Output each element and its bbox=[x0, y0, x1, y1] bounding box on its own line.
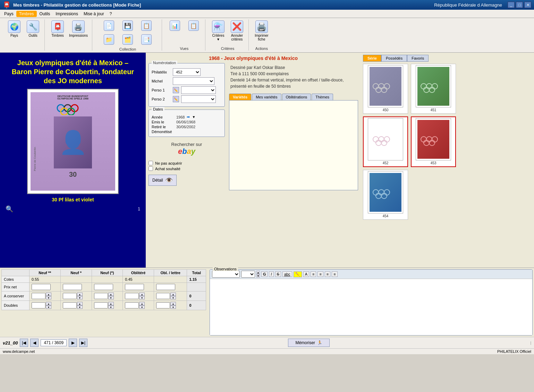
menu-impressions[interactable]: Impressions bbox=[53, 11, 81, 17]
obs-highlight-btn[interactable]: ✏️ bbox=[294, 271, 302, 277]
toolbar-vues-btn2[interactable]: 📋 bbox=[185, 19, 202, 32]
nav-last-button[interactable]: ▶| bbox=[79, 339, 87, 347]
annee-dropdown-icon[interactable]: ▼ bbox=[192, 115, 195, 119]
obs-size-select[interactable] bbox=[241, 271, 255, 278]
stamp-thumb-453[interactable]: 453 bbox=[411, 116, 456, 167]
toolbar-impressions-button[interactable]: 🖨️ Impressions bbox=[68, 19, 89, 38]
obs-italic-btn[interactable]: I bbox=[269, 271, 273, 277]
memorize-button[interactable]: Mémoriser 🏃 bbox=[288, 339, 330, 347]
doubles-oblitere-input[interactable] bbox=[125, 302, 139, 308]
zoom-icon[interactable]: 🔍 bbox=[6, 205, 13, 213]
aconserver-neuf1-input[interactable] bbox=[63, 293, 77, 299]
aconserver-obl-lettre-input[interactable] bbox=[156, 293, 170, 299]
tab-varietes[interactable]: Variétés bbox=[229, 94, 251, 100]
prixnet-obl-lettre-input[interactable] bbox=[156, 284, 175, 290]
toolbar-collection-btn2[interactable]: 💾 bbox=[119, 19, 136, 32]
doubles-neufp-input[interactable] bbox=[94, 302, 108, 308]
doubles-neuf1-down[interactable]: ▼ bbox=[77, 305, 83, 309]
ne-pas-acquerir-checkbox[interactable] bbox=[149, 161, 153, 165]
philatelix-select[interactable]: 452 bbox=[173, 68, 201, 76]
aconserver-obl-down[interactable]: ▼ bbox=[170, 296, 176, 299]
close-button[interactable]: ✕ bbox=[524, 2, 531, 8]
toolbar-outils-button[interactable]: 🔧 Outils bbox=[24, 19, 42, 38]
maximize-button[interactable]: □ bbox=[516, 2, 523, 8]
nav-prev-button[interactable]: ◀ bbox=[30, 339, 39, 347]
toolbar-collection-btn3[interactable]: 📋 bbox=[138, 19, 155, 32]
toolbar-pays-button[interactable]: 🌍 Pays bbox=[6, 19, 23, 38]
michel-select[interactable] bbox=[173, 77, 214, 85]
tab-mes-varietes[interactable]: Mes variétés bbox=[252, 94, 281, 100]
toolbar-collection-btn4[interactable]: 📁 bbox=[100, 33, 118, 46]
aconserver-oblitere-input[interactable] bbox=[125, 293, 139, 299]
series-tab-favoris[interactable]: Favoris bbox=[407, 55, 429, 62]
series-tab-possedes[interactable]: Possédés bbox=[381, 55, 407, 62]
menu-miseajour[interactable]: Mise à jour bbox=[81, 11, 107, 17]
obs-bold-btn[interactable]: G bbox=[261, 271, 268, 277]
aconserver-neufp-down[interactable]: ▼ bbox=[108, 296, 114, 299]
stamp-thumb-450[interactable]: 450 bbox=[363, 64, 408, 114]
nav-next-button[interactable]: ▶ bbox=[69, 339, 77, 347]
prixnet-neufp-input[interactable] bbox=[94, 284, 113, 290]
aconserver-neuf2-input[interactable] bbox=[32, 293, 45, 299]
doubles-oblitere-up[interactable]: ▲ bbox=[139, 302, 145, 305]
obs-underline-btn[interactable]: abc bbox=[282, 271, 292, 277]
stamp-thumb-452[interactable]: 452 bbox=[363, 116, 408, 167]
obs-size-down[interactable]: ▼ bbox=[256, 274, 260, 278]
doubles-neuf1-up[interactable]: ▲ bbox=[77, 302, 83, 305]
aconserver-neuf1-up[interactable]: ▲ bbox=[77, 293, 83, 296]
achat-souhaite-checkbox[interactable] bbox=[149, 166, 153, 171]
obs-strikethrough-btn[interactable]: S bbox=[275, 271, 281, 277]
prixnet-neuf1-input[interactable] bbox=[63, 284, 82, 290]
aconserver-neufp-up[interactable]: ▲ bbox=[108, 293, 114, 296]
menu-timbres[interactable]: Timbres bbox=[16, 11, 37, 17]
aconserver-obl-up[interactable]: ▲ bbox=[170, 293, 176, 296]
detail-button[interactable]: Détail 👁️ bbox=[149, 175, 177, 186]
prixnet-neuf2-input[interactable] bbox=[32, 284, 51, 290]
ebay-logo[interactable]: ebay bbox=[151, 147, 223, 156]
doubles-neufp-down[interactable]: ▼ bbox=[108, 305, 114, 309]
aconserver-oblitere-up[interactable]: ▲ bbox=[139, 293, 145, 296]
doubles-neufp-up[interactable]: ▲ bbox=[108, 302, 114, 305]
toolbar-collection-btn6[interactable]: 📑 bbox=[138, 33, 155, 46]
toolbar-timbres-button[interactable]: 📮 Timbres bbox=[49, 19, 66, 38]
toolbar-imprimer-button[interactable]: 🖨️ Imprimerfiche bbox=[253, 19, 270, 42]
annee-arrow-icon[interactable]: ➡ bbox=[187, 115, 190, 119]
prixnet-oblitere-input[interactable] bbox=[125, 284, 144, 290]
nav-first-button[interactable]: |◀ bbox=[20, 339, 28, 347]
doubles-obl-down[interactable]: ▼ bbox=[170, 305, 176, 309]
perso2-edit-button[interactable]: ✏️ bbox=[173, 96, 179, 102]
perso1-select[interactable] bbox=[181, 86, 216, 94]
menu-outils[interactable]: Outils bbox=[37, 11, 53, 17]
obs-align-left-btn[interactable]: ≡ bbox=[311, 271, 316, 277]
doubles-neuf1-input[interactable] bbox=[63, 302, 77, 308]
minimize-button[interactable]: _ bbox=[508, 2, 515, 8]
toolbar-vues-btn1[interactable]: 📊 bbox=[166, 19, 184, 32]
perso1-edit-button[interactable]: ✏️ bbox=[173, 87, 179, 93]
tab-obliterations[interactable]: Oblitérations bbox=[282, 94, 311, 100]
obs-justify-btn[interactable]: ≡ bbox=[332, 271, 337, 277]
doubles-neuf2-input[interactable] bbox=[32, 302, 45, 308]
aconserver-neuf2-up[interactable]: ▲ bbox=[46, 293, 51, 296]
doubles-neuf2-up[interactable]: ▲ bbox=[46, 302, 51, 305]
obs-font-select[interactable] bbox=[212, 271, 240, 278]
menu-help[interactable]: ? bbox=[107, 11, 115, 17]
doubles-obl-up[interactable]: ▲ bbox=[170, 302, 176, 305]
obs-size-up[interactable]: ▲ bbox=[256, 271, 260, 274]
doubles-oblitere-down[interactable]: ▼ bbox=[139, 305, 145, 309]
toolbar-collection-btn1[interactable]: 📄 bbox=[100, 19, 118, 32]
stamp-thumb-454[interactable]: 454 bbox=[363, 170, 408, 220]
obs-color-btn[interactable]: A bbox=[303, 271, 309, 277]
aconserver-neuf2-down[interactable]: ▼ bbox=[46, 296, 51, 299]
aconserver-neufp-input[interactable] bbox=[94, 293, 108, 299]
menu-pays[interactable]: Pays bbox=[1, 11, 16, 17]
aconserver-oblitere-down[interactable]: ▼ bbox=[139, 296, 145, 299]
stamp-thumb-451[interactable]: 451 bbox=[411, 64, 456, 114]
doubles-obl-lettre-input[interactable] bbox=[156, 302, 170, 308]
aconserver-neuf1-down[interactable]: ▼ bbox=[77, 296, 83, 299]
perso2-select[interactable] bbox=[181, 95, 216, 103]
toolbar-criteres-button[interactable]: ⚗️ Critères▼ bbox=[210, 19, 227, 42]
toolbar-collection-btn5[interactable]: 🗂️ bbox=[119, 33, 136, 46]
toolbar-annuler-criteres-button[interactable]: ❌ Annulercritères bbox=[228, 19, 246, 42]
nav-position[interactable]: 471 / 3609 bbox=[41, 339, 67, 346]
series-tab-serie[interactable]: Série bbox=[363, 55, 381, 62]
